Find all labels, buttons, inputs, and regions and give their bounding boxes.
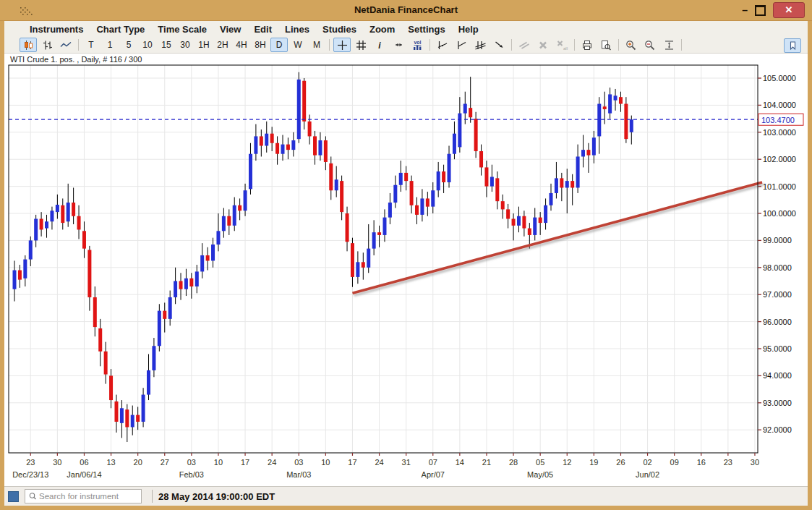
svg-text:104.0000: 104.0000	[763, 101, 796, 109]
search-input[interactable]	[38, 491, 130, 501]
channel-tool-button[interactable]	[471, 38, 489, 52]
candlestick-chart-button[interactable]	[20, 38, 37, 52]
ray-icon	[456, 40, 467, 51]
candle	[474, 112, 478, 158]
pin-icon	[788, 41, 798, 51]
timeframe-daily[interactable]: D	[270, 38, 288, 52]
candle	[624, 97, 628, 143]
status-separator	[152, 490, 153, 503]
delete-icon	[538, 41, 548, 50]
candles-icon	[23, 40, 34, 51]
svg-text:103.0000: 103.0000	[763, 128, 796, 137]
svg-text:24: 24	[375, 458, 383, 467]
menu-chart-type[interactable]: Chart Type	[90, 22, 151, 36]
toolbar-separator	[681, 39, 682, 51]
instrument-search-box[interactable]	[25, 489, 142, 503]
svg-text:21: 21	[482, 458, 491, 467]
minimize-button[interactable]: –	[742, 3, 748, 17]
chart-area[interactable]: WTI Crude 1. pos. , Daily, # 116 / 300 1…	[4, 54, 808, 486]
svg-text:09: 09	[670, 458, 679, 467]
timeframe-2h[interactable]: 2H	[214, 38, 231, 52]
title-bar[interactable]: NetDania FinanceChart – ✕	[0, 0, 812, 21]
volume-icon: vol	[411, 40, 424, 51]
menu-settings[interactable]: Settings	[401, 22, 451, 36]
toolbar-separator	[329, 39, 330, 51]
candle	[158, 304, 161, 351]
svg-text:30: 30	[751, 458, 759, 467]
timeframe-15m[interactable]: 15	[158, 38, 175, 52]
zoom-out-button[interactable]	[641, 38, 659, 52]
svg-text:93.0000: 93.0000	[763, 399, 792, 407]
connection-status-icon	[8, 491, 19, 502]
volume-button[interactable]: vol	[409, 38, 426, 52]
svg-text:102.0000: 102.0000	[763, 155, 796, 163]
menu-time-scale[interactable]: Time Scale	[151, 22, 213, 36]
crosshair-icon	[337, 40, 348, 51]
menu-instruments[interactable]: Instruments	[23, 22, 90, 36]
candle	[297, 72, 301, 143]
arrow-tool-button[interactable]	[490, 38, 508, 52]
price-chart[interactable]: 105.0000104.0000103.0000102.0000101.0000…	[4, 54, 808, 486]
delete-line-button	[534, 38, 552, 52]
toolbar: T151015301H2H4H8HDWMivolall	[4, 37, 808, 54]
grid-button[interactable]	[352, 38, 369, 52]
pin-panel-button[interactable]	[784, 38, 801, 53]
menu-help[interactable]: Help	[452, 22, 485, 36]
timeframe-5m[interactable]: 5	[120, 38, 137, 52]
timeframe-tick[interactable]: T	[82, 38, 100, 52]
crosshair-button[interactable]	[333, 38, 351, 52]
svg-text:28: 28	[509, 458, 518, 467]
close-button[interactable]: ✕	[773, 2, 805, 18]
maximize-button[interactable]	[755, 5, 766, 16]
delete-all-lines-button: all	[553, 38, 570, 52]
arrow-icon	[494, 40, 505, 50]
svg-text:Jun/02: Jun/02	[636, 470, 659, 479]
svg-text:i: i	[378, 41, 381, 51]
bar-chart-button[interactable]	[38, 38, 56, 52]
timeframe-30m[interactable]: 30	[176, 38, 194, 52]
trendline-tool-button[interactable]	[434, 38, 451, 52]
timeframe-monthly[interactable]: M	[308, 38, 325, 52]
chart-timestamp: 28 May 2014 19:00:00 EDT	[158, 491, 275, 502]
menu-studies[interactable]: Studies	[316, 22, 363, 36]
menu-lines[interactable]: Lines	[278, 22, 316, 36]
timeframe-weekly[interactable]: W	[289, 38, 307, 52]
parallel-icon	[518, 40, 530, 50]
svg-text:24: 24	[268, 458, 276, 467]
svg-text:20: 20	[134, 458, 142, 467]
timeframe-10m[interactable]: 10	[139, 38, 156, 52]
svg-text:31: 31	[402, 458, 411, 467]
svg-text:17: 17	[348, 458, 356, 467]
svg-text:03: 03	[187, 458, 196, 467]
timeframe-8h[interactable]: 8H	[252, 38, 269, 52]
svg-text:12: 12	[563, 458, 571, 467]
svg-text:07: 07	[429, 458, 437, 467]
timeframe-1m[interactable]: 1	[101, 38, 119, 52]
svg-text:14: 14	[456, 458, 464, 467]
menu-edit[interactable]: Edit	[247, 22, 278, 36]
zoom-in-button[interactable]	[623, 38, 640, 52]
menu-view[interactable]: View	[213, 22, 247, 36]
timeframe-1h[interactable]: 1H	[195, 38, 213, 52]
svg-text:10: 10	[321, 458, 330, 467]
last-price-tag: 103.4700	[758, 114, 803, 125]
svg-text:30: 30	[53, 458, 61, 467]
harrows-icon	[393, 41, 404, 49]
svg-text:101.0000: 101.0000	[763, 182, 796, 191]
print-preview-button[interactable]	[597, 38, 615, 52]
search-icon	[28, 492, 38, 501]
info-button[interactable]: i	[371, 38, 388, 52]
svg-text:05: 05	[536, 458, 544, 467]
scroll-horizontal-button[interactable]	[390, 38, 407, 52]
svg-text:92.0000: 92.0000	[763, 425, 792, 434]
printer-icon	[581, 40, 593, 51]
print-button[interactable]	[578, 38, 596, 52]
menu-zoom[interactable]: Zoom	[363, 22, 401, 36]
fit-vertical-button[interactable]	[660, 38, 678, 52]
timeframe-4h[interactable]: 4H	[233, 38, 250, 52]
svg-text:Jan/06/14: Jan/06/14	[67, 470, 101, 479]
toolbar-separator	[511, 39, 512, 51]
svg-text:94.0000: 94.0000	[763, 371, 792, 380]
line-chart-button[interactable]	[57, 38, 74, 52]
ray-tool-button[interactable]	[453, 38, 470, 52]
